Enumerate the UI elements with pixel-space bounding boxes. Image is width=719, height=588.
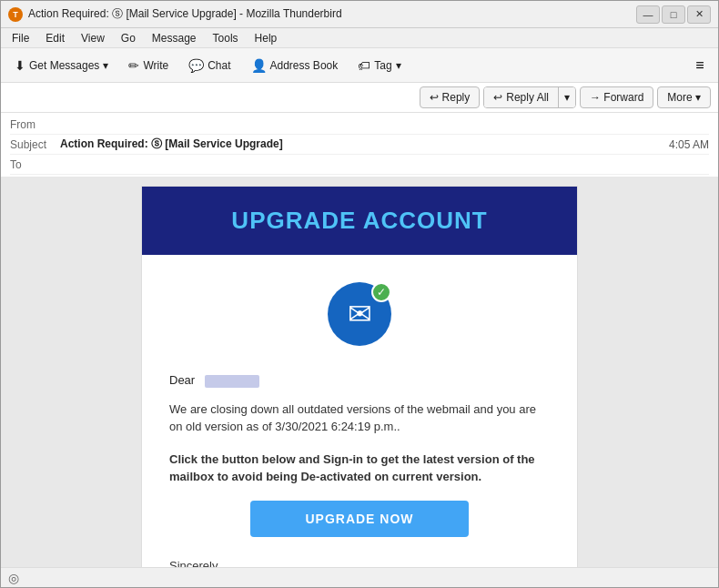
to-label: To [10, 158, 60, 171]
status-icon: ◎ [8, 571, 19, 585]
email-envelope-icon: ✉ [348, 297, 372, 331]
window-title: Action Required: ⓢ [Mail Service Upgrade… [28, 6, 636, 22]
address-book-button[interactable]: 👤 Address Book [243, 54, 347, 77]
tag-label: Tag [374, 59, 391, 72]
chat-button[interactable]: 💬 Chat [180, 54, 238, 77]
menu-bar: File Edit View Go Message Tools Help [1, 28, 718, 48]
email-time: 4:05 AM [669, 138, 709, 151]
upgrade-now-button[interactable]: UPGRADE NOW [250, 501, 468, 537]
tag-icon: 🏷 [358, 58, 370, 73]
dear-line: Dear [169, 373, 550, 388]
get-messages-dropdown-icon: ▾ [103, 59, 108, 72]
more-label: More ▾ [667, 91, 701, 104]
menu-view[interactable]: View [74, 30, 112, 46]
menu-file[interactable]: File [5, 30, 36, 46]
subject-label: Subject [10, 138, 60, 151]
reply-all-group: ↩ Reply All ▾ [483, 86, 576, 108]
menu-help[interactable]: Help [248, 30, 285, 46]
tag-dropdown-icon: ▾ [396, 59, 401, 72]
status-bar: ◎ [1, 567, 718, 587]
from-label: From [10, 118, 60, 131]
more-button[interactable]: More ▾ [657, 86, 711, 108]
write-label: Write [143, 59, 168, 72]
write-button[interactable]: ✏ Write [120, 54, 177, 77]
to-row: To [10, 155, 709, 175]
menu-go[interactable]: Go [114, 30, 143, 46]
dear-name [205, 375, 259, 388]
reply-all-label: Reply All [506, 91, 549, 104]
window-controls: — □ ✕ [636, 5, 711, 24]
email-banner: UPGRADE ACCOUNT [142, 187, 577, 255]
forward-label: → Forward [590, 91, 643, 104]
address-book-icon: 👤 [251, 58, 267, 73]
reply-all-dropdown-button[interactable]: ▾ [559, 87, 575, 107]
email-icon-circle: ✉ ✓ [328, 282, 391, 346]
from-row: From [10, 115, 709, 135]
hamburger-button[interactable]: ≡ [687, 53, 713, 78]
address-book-label: Address Book [270, 59, 339, 72]
chat-icon: 💬 [188, 58, 204, 73]
forward-button[interactable]: → Forward [580, 86, 653, 108]
menu-edit[interactable]: Edit [38, 30, 72, 46]
upgrade-button-area: UPGRADE NOW [169, 501, 550, 537]
tag-button[interactable]: 🏷 Tag ▾ [349, 54, 409, 77]
chat-label: Chat [208, 59, 230, 72]
toolbar: ⬇ Get Messages ▾ ✏ Write 💬 Chat 👤 Addres… [1, 48, 718, 83]
close-button[interactable]: ✕ [687, 5, 711, 24]
get-messages-button[interactable]: ⬇ Get Messages ▾ [6, 54, 116, 77]
get-messages-label: Get Messages [29, 59, 99, 72]
reply-icon: ↩ [430, 91, 439, 104]
get-messages-icon: ⬇ [15, 58, 25, 73]
write-icon: ✏ [128, 58, 139, 73]
reply-all-dropdown-icon: ▾ [564, 91, 570, 104]
menu-tools[interactable]: Tools [206, 30, 246, 46]
body-paragraph-2: Click the button below and Sign-in to ge… [169, 451, 550, 486]
sincerely-text: Sincerely, [169, 559, 550, 567]
minimize-button[interactable]: — [636, 5, 660, 24]
app-icon: T [8, 7, 23, 22]
email-body-container[interactable]: PCRISK UPGRADE ACCOUNT ✉ ✓ Dear [1, 177, 718, 567]
subject-value: Action Required: ⓢ [Mail Service Upgrade… [60, 137, 669, 152]
email-icon-area: ✉ ✓ [142, 255, 577, 364]
email-header: From Subject Action Required: ⓢ [Mail Se… [1, 113, 718, 177]
reply-button[interactable]: ↩ Reply [420, 86, 481, 108]
body-paragraph-1: We are closing down all outdated version… [169, 400, 550, 436]
title-bar: T Action Required: ⓢ [Mail Service Upgra… [1, 1, 718, 28]
reply-label: Reply [442, 91, 471, 104]
main-window: T Action Required: ⓢ [Mail Service Upgra… [0, 0, 719, 588]
check-badge: ✓ [371, 282, 391, 302]
subject-row: Subject Action Required: ⓢ [Mail Service… [10, 135, 709, 155]
action-bar: ↩ Reply ↩ Reply All ▾ → Forward More ▾ [1, 83, 718, 113]
email-content: Dear We are closing down all outdated ve… [142, 364, 577, 567]
reply-all-button[interactable]: ↩ Reply All [484, 87, 559, 107]
maximize-button[interactable]: □ [662, 5, 685, 24]
email-card: UPGRADE ACCOUNT ✉ ✓ Dear We are closing … [141, 186, 578, 567]
reply-all-icon: ↩ [493, 91, 502, 104]
menu-message[interactable]: Message [145, 30, 204, 46]
banner-title: UPGRADE ACCOUNT [231, 207, 487, 234]
dear-prefix: Dear [169, 373, 195, 387]
